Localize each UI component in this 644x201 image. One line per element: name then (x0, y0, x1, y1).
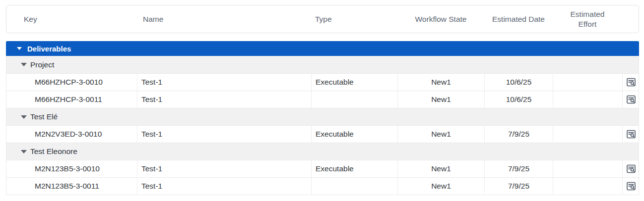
column-header-workflow-state: Workflow State (397, 5, 484, 33)
cell-estimated-date: 10/6/25 (484, 91, 553, 108)
cell-name: Test-1 (137, 160, 311, 177)
group-label: Test Elé (30, 112, 58, 121)
table-row[interactable]: M66HZHCP-3-0011 Test-1 New1 10/6/25 (6, 91, 639, 108)
cell-type: Executable (311, 126, 397, 143)
cell-workflow-state: New1 (397, 126, 484, 143)
cell-actions (622, 126, 640, 143)
cell-key: M66HZHCP-3-0010 (6, 74, 137, 91)
cell-key: M2N2V3ED-3-0010 (6, 126, 137, 143)
deliverables-table: Key Name Type Workflow State Estimated D… (6, 0, 639, 195)
table-header: Key Name Type Workflow State Estimated D… (6, 5, 639, 33)
cell-estimated-effort (553, 178, 622, 195)
column-header-key: Key (6, 5, 137, 33)
cell-name: Test-1 (137, 178, 311, 195)
group-row[interactable]: Test Elé (6, 108, 639, 125)
table-row[interactable]: M2N2V3ED-3-0010 Test-1 Executable New1 7… (6, 125, 639, 143)
triangle-down-icon[interactable] (21, 150, 27, 153)
cell-actions (622, 160, 640, 177)
column-header-estimated-date: Estimated Date (484, 5, 553, 33)
triangle-down-icon[interactable] (21, 115, 27, 119)
cell-actions (622, 178, 640, 195)
cell-estimated-date: 7/9/25 (484, 160, 553, 177)
cell-estimated-date: 10/6/25 (484, 74, 553, 91)
table-body: Deliverables Project M66HZHCP-3-0010 Tes… (6, 41, 639, 195)
cell-estimated-effort (553, 126, 622, 143)
group-label: Test Eleonore (30, 147, 77, 156)
triangle-down-icon[interactable] (17, 47, 22, 50)
column-header-actions (622, 5, 640, 33)
group-label: Project (30, 60, 54, 69)
cell-workflow-state: New1 (397, 160, 484, 177)
cell-estimated-effort (553, 160, 622, 177)
cell-type: Executable (311, 160, 397, 177)
cell-estimated-effort (553, 91, 622, 108)
triangle-down-icon[interactable] (21, 63, 27, 66)
column-header-name: Name (137, 5, 311, 33)
column-header-estimated-effort: Estimated Effort (553, 5, 622, 33)
cell-key: M2N123B5-3-0011 (6, 178, 137, 195)
document-search-icon[interactable] (626, 77, 637, 88)
table-row[interactable]: M66HZHCP-3-0010 Test-1 Executable New1 1… (6, 73, 639, 91)
cell-estimated-date: 7/9/25 (484, 178, 553, 195)
section-label: Deliverables (27, 45, 71, 53)
table-row[interactable]: M2N123B5-3-0010 Test-1 Executable New1 7… (6, 160, 639, 177)
document-search-icon[interactable] (626, 181, 637, 192)
cell-workflow-state: New1 (397, 91, 484, 108)
cell-type: Executable (311, 74, 397, 91)
cell-name: Test-1 (137, 91, 311, 108)
document-search-icon[interactable] (626, 94, 637, 105)
section-header-deliverables[interactable]: Deliverables (6, 41, 639, 56)
cell-key: M2N123B5-3-0010 (6, 160, 137, 177)
cell-actions (622, 74, 640, 91)
cell-estimated-effort (553, 74, 622, 91)
group-row[interactable]: Test Eleonore (6, 143, 639, 160)
cell-workflow-state: New1 (397, 74, 484, 91)
cell-type (311, 91, 397, 108)
cell-estimated-date: 7/9/25 (484, 126, 553, 143)
table-row[interactable]: M2N123B5-3-0011 Test-1 New1 7/9/25 (6, 177, 639, 195)
cell-type (311, 178, 397, 195)
cell-workflow-state: New1 (397, 178, 484, 195)
group-row[interactable]: Project (6, 56, 639, 73)
cell-actions (622, 91, 640, 108)
column-header-type: Type (311, 5, 397, 33)
document-search-icon[interactable] (626, 129, 637, 140)
document-search-icon[interactable] (626, 163, 637, 174)
cell-name: Test-1 (137, 74, 311, 91)
cell-name: Test-1 (137, 126, 311, 143)
cell-key: M66HZHCP-3-0011 (6, 91, 137, 108)
